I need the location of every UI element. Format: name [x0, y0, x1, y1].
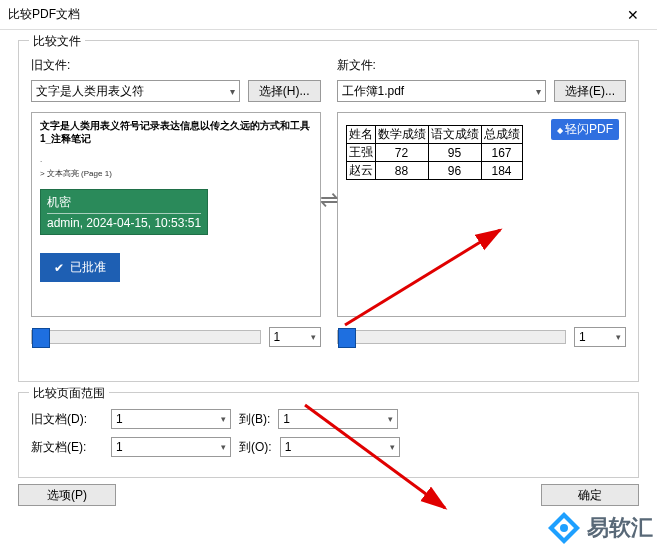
- brand-text: 易软汇: [587, 513, 653, 543]
- new-file-label: 新文件:: [337, 57, 627, 74]
- old-file-combo[interactable]: 文字是人类用表义符 ▾: [31, 80, 240, 102]
- chevron-down-icon: ▾: [230, 86, 235, 97]
- old-to-select[interactable]: 1▾: [278, 409, 398, 429]
- chevron-down-icon: ▾: [390, 442, 395, 452]
- old-preview-title: 文字是人类用表义符号记录表达信息以传之久远的方式和工具 1_注释笔记: [40, 119, 312, 145]
- chevron-down-icon: ▾: [388, 414, 393, 424]
- compare-files-legend: 比较文件: [29, 33, 85, 50]
- compare-files-group: 比较文件 旧文件: 文字是人类用表义符 ▾ 选择(H)... 文字是人类用表义符…: [18, 40, 639, 382]
- new-file-combo[interactable]: 工作簿1.pdf ▾: [337, 80, 547, 102]
- old-preview-meta2: > 文本高亮 (Page 1): [40, 168, 312, 179]
- chevron-down-icon: ▾: [311, 332, 316, 342]
- files-row: 旧文件: 文字是人类用表义符 ▾ 选择(H)... 文字是人类用表义符号记录表达…: [31, 57, 626, 317]
- old-to-label: 到(B):: [239, 411, 270, 428]
- old-file-value: 文字是人类用表义符: [36, 83, 144, 100]
- old-from-select[interactable]: 1▾: [111, 409, 231, 429]
- window-title: 比较PDF文档: [8, 6, 617, 23]
- new-from-select[interactable]: 1▾: [111, 437, 231, 457]
- old-preview-meta1: .: [40, 155, 312, 164]
- confidential-stamp: 机密 admin, 2024-04-15, 10:53:51: [40, 189, 208, 235]
- approved-badge: 已批准: [40, 253, 120, 282]
- new-page-slider[interactable]: [337, 330, 567, 344]
- close-icon[interactable]: ✕: [617, 3, 649, 27]
- chevron-down-icon: ▾: [221, 442, 226, 452]
- chevron-down-icon: ▾: [536, 86, 541, 97]
- page-range-legend: 比较页面范围: [29, 385, 109, 402]
- options-button[interactable]: 选项(P): [18, 484, 116, 506]
- chevron-down-icon: ▾: [616, 332, 621, 342]
- brand-watermark: 易软汇: [547, 511, 653, 545]
- new-doc-range-label: 新文档(E):: [31, 439, 103, 456]
- svg-point-4: [560, 524, 568, 532]
- chevron-down-icon: ▾: [221, 414, 226, 424]
- brand-logo-icon: [547, 511, 581, 545]
- new-select-button[interactable]: 选择(E)...: [554, 80, 626, 102]
- new-preview-table: 姓名数学成绩语文成绩总成绩 王强7295167 赵云8896184: [346, 125, 523, 180]
- new-column: 新文件: 工作簿1.pdf ▾ 选择(E)... ◆ 轻闪PDF 姓名数学成绩语…: [337, 57, 627, 317]
- old-preview: 文字是人类用表义符号记录表达信息以传之久远的方式和工具 1_注释笔记 . > 文…: [31, 112, 321, 317]
- swap-icon: ⇌: [320, 187, 338, 213]
- new-file-value: 工作簿1.pdf: [342, 83, 405, 100]
- title-bar: 比较PDF文档 ✕: [0, 0, 657, 30]
- old-file-label: 旧文件:: [31, 57, 321, 74]
- old-select-button[interactable]: 选择(H)...: [248, 80, 321, 102]
- new-to-label: 到(O):: [239, 439, 272, 456]
- ok-button[interactable]: 确定: [541, 484, 639, 506]
- page-range-group: 比较页面范围 旧文档(D): 1▾ 到(B): 1▾ 新文档(E): 1▾ 到(…: [18, 392, 639, 478]
- new-preview: ◆ 轻闪PDF 姓名数学成绩语文成绩总成绩 王强7295167 赵云889618…: [337, 112, 627, 317]
- old-page-slider[interactable]: [31, 330, 261, 344]
- sliders-row: 1▾ 1▾: [31, 327, 626, 347]
- pdf-app-badge: ◆ 轻闪PDF: [551, 119, 619, 140]
- new-to-select[interactable]: 1▾: [280, 437, 400, 457]
- old-doc-range-label: 旧文档(D):: [31, 411, 103, 428]
- old-page-spin[interactable]: 1▾: [269, 327, 321, 347]
- new-page-spin[interactable]: 1▾: [574, 327, 626, 347]
- bottom-buttons: 选项(P) 确定: [18, 484, 639, 506]
- old-column: 旧文件: 文字是人类用表义符 ▾ 选择(H)... 文字是人类用表义符号记录表达…: [31, 57, 321, 317]
